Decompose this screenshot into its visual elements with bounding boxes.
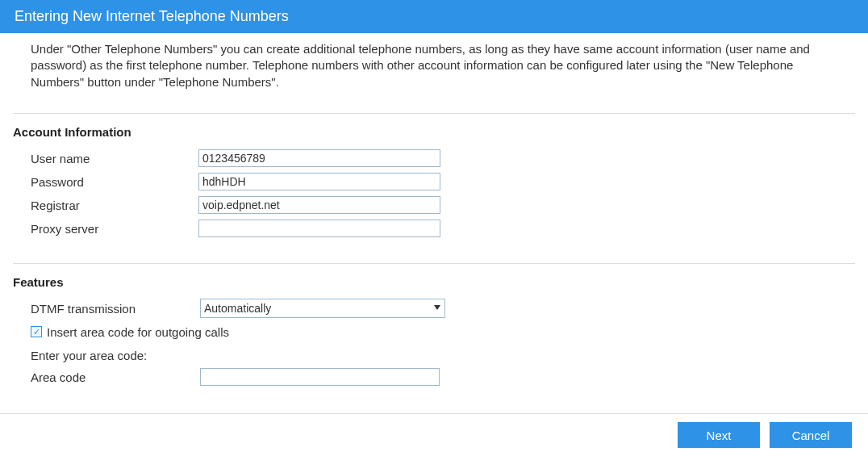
dtmf-label: DTMF transmission [31, 302, 200, 316]
dtmf-select-wrap [200, 299, 445, 318]
insert-areacode-label: Insert area code for outgoing calls [47, 325, 229, 339]
proxy-label: Proxy server [31, 222, 198, 236]
insert-areacode-checkbox[interactable]: ✓ [31, 326, 42, 337]
proxy-input[interactable] [198, 220, 440, 237]
next-button[interactable]: Next [678, 422, 760, 448]
registrar-row: Registrar [31, 194, 855, 217]
registrar-label: Registrar [31, 199, 198, 212]
areacode-row: Area code [31, 366, 855, 389]
areacode-input[interactable] [200, 368, 440, 386]
enter-areacode-label: Enter your area code: [13, 339, 855, 362]
username-input[interactable] [198, 149, 440, 167]
username-row: User name [31, 147, 855, 170]
intro-text: Under "Other Telephone Numbers" you can … [13, 33, 855, 90]
features-section-heading: Features [13, 264, 855, 289]
insert-areacode-row: ✓ Insert area code for outgoing calls [13, 320, 855, 339]
registrar-input[interactable] [198, 196, 440, 214]
password-label: Password [31, 175, 198, 189]
account-form: User name Password Registrar Proxy serve… [13, 139, 855, 241]
account-section-heading: Account Information [13, 114, 855, 139]
username-label: User name [31, 152, 198, 165]
content-area: Under "Other Telephone Numbers" you can … [0, 33, 868, 389]
divider [0, 413, 868, 414]
footer-buttons: Next Cancel [678, 422, 852, 448]
features-form: DTMF transmission [13, 289, 855, 320]
proxy-row: Proxy server [31, 217, 855, 241]
dtmf-select[interactable] [200, 299, 445, 318]
areacode-label: Area code [31, 370, 200, 384]
password-input[interactable] [198, 173, 440, 190]
page-title: Entering New Internet Telephone Numbers [0, 0, 868, 33]
areacode-form: Area code [13, 362, 855, 389]
password-row: Password [31, 170, 855, 194]
cancel-button[interactable]: Cancel [770, 422, 852, 448]
dtmf-row: DTMF transmission [31, 297, 855, 320]
